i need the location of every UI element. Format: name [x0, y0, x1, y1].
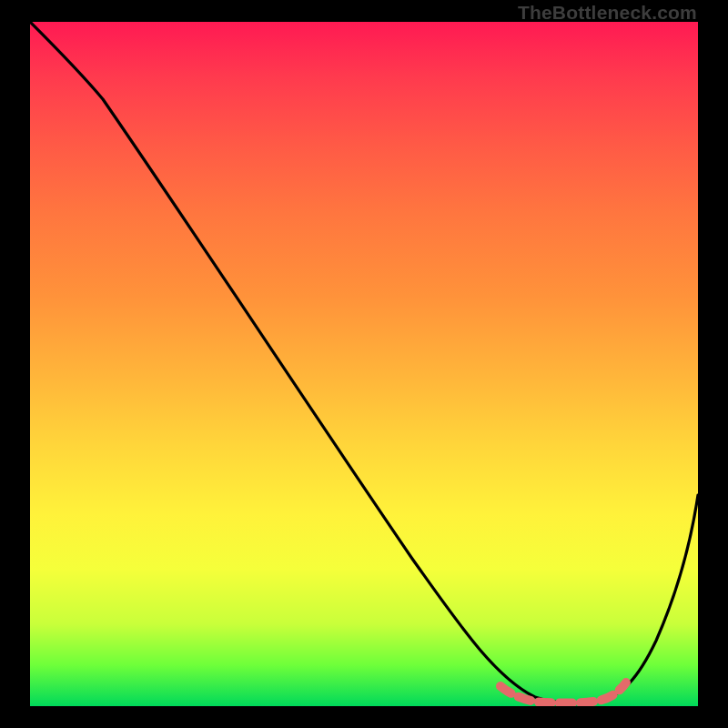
attribution-label: TheBottleneck.com — [518, 2, 697, 24]
chart-frame — [30, 22, 698, 706]
highlight-minimum — [500, 682, 626, 703]
chart-curve — [30, 22, 698, 706]
bottleneck-curve-line — [30, 22, 698, 703]
